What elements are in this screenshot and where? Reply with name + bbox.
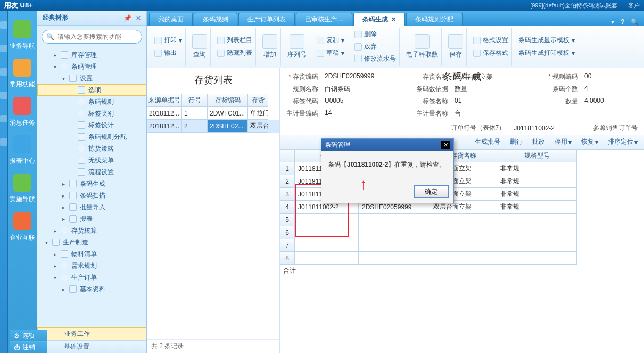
mini-icon[interactable]	[0, 92, 7, 99]
col-header[interactable]: 规格型号	[497, 150, 577, 162]
tree-twisty[interactable]	[61, 216, 66, 222]
mini-icon[interactable]	[0, 115, 7, 122]
table-row[interactable]: 6	[280, 226, 644, 239]
tab[interactable]: 我的桌面	[149, 13, 193, 26]
table-row[interactable]: 2018112...22DSHE02...双层台	[147, 120, 279, 133]
col-header[interactable]: 行号	[182, 94, 208, 107]
tab[interactable]: 条码规则分配	[406, 13, 463, 26]
pin-icon[interactable]: 📌	[123, 14, 131, 22]
tab[interactable]: 生产订单列表	[238, 13, 295, 26]
export-button[interactable]: 输出	[154, 48, 177, 59]
tree-node[interactable]: 设置	[37, 72, 146, 84]
tree-twisty[interactable]	[44, 240, 49, 245]
copy-button[interactable]: 复制 ▾	[317, 35, 344, 46]
sidebar-item[interactable]: 实施导航	[8, 169, 37, 208]
mini-icon[interactable]	[0, 138, 7, 146]
locate-button[interactable]: 排序定位 ▾	[608, 137, 638, 146]
tree-twisty[interactable]	[52, 275, 57, 281]
tree-twisty[interactable]	[61, 286, 66, 292]
logout-button[interactable]: ⏻ 注销	[10, 341, 47, 353]
tree-node[interactable]: 无线菜单	[37, 154, 146, 166]
savefmt-button[interactable]: 保存格式	[473, 48, 508, 59]
tab[interactable]: 已审核生产…	[296, 13, 352, 26]
tree-twisty[interactable]	[61, 76, 66, 81]
close-icon[interactable]: ✕	[136, 14, 141, 22]
table-row[interactable]: 2018112...12DWTC01...单拉门	[147, 107, 279, 120]
tree-twisty[interactable]	[52, 228, 57, 234]
tree-node[interactable]: 需求规划	[37, 260, 146, 272]
tab[interactable]: 条码生成✕	[353, 13, 405, 26]
close-icon[interactable]: ✕	[391, 16, 396, 23]
search-icon[interactable]: 🔍	[631, 18, 639, 26]
tree-node[interactable]: 报表	[37, 213, 146, 225]
tree-node[interactable]: 条码规则分配	[37, 131, 146, 143]
tree-node[interactable]: 标签类别	[37, 108, 146, 119]
tree-node[interactable]: 条码规则	[37, 96, 146, 108]
tree-node[interactable]: 流程设置	[37, 166, 146, 178]
print-button[interactable]: 打印 ▾	[154, 35, 182, 46]
tree-twisty[interactable]	[61, 204, 66, 210]
mini-icon[interactable]	[0, 68, 7, 76]
tree-node[interactable]: 基本资料	[37, 283, 146, 295]
tree-twisty[interactable]	[52, 64, 57, 70]
serial-button[interactable]: 序列号	[287, 34, 307, 59]
disable-button[interactable]: 停用 ▾	[555, 137, 572, 146]
sidebar-item[interactable]: 消息任务	[8, 93, 37, 131]
sidebar-item[interactable]: 业务导航	[8, 16, 37, 54]
tree-node[interactable]: 批量导入	[37, 201, 146, 213]
tree-node[interactable]: 物料清单	[37, 248, 146, 260]
footer-biz[interactable]: 业务工作	[37, 327, 146, 340]
help-icon[interactable]: ?	[621, 18, 624, 26]
mini-icon[interactable]	[0, 21, 7, 29]
tree-node[interactable]: 库存管理	[37, 49, 146, 61]
close-icon[interactable]: ✕	[441, 141, 450, 149]
disptpl-button[interactable]: 条码生成显示模板 ▾	[518, 35, 575, 46]
ok-button[interactable]: 确定	[414, 186, 448, 198]
tree-node[interactable]: 选项	[37, 84, 146, 96]
delrow-button[interactable]: 删行	[510, 137, 523, 146]
tab[interactable]: 条码规则	[194, 13, 237, 26]
mini-icon[interactable]	[0, 45, 7, 52]
tree-node[interactable]: 条码扫描	[37, 190, 146, 201]
col-header[interactable]: 存货编码	[208, 94, 248, 107]
tree-node[interactable]: 条码生成	[37, 178, 146, 190]
sidebar-item[interactable]: 常用功能	[8, 54, 37, 93]
tree-node[interactable]: 生产订单	[37, 272, 146, 283]
sidebar-item[interactable]: 企业互联	[8, 208, 37, 246]
table-row[interactable]: 5	[280, 214, 644, 226]
tab-menu-icon[interactable]: ▾	[611, 18, 614, 26]
draft-button[interactable]: 草稿 ▾	[317, 48, 344, 59]
options-button[interactable]: ⚙ 选项	[10, 330, 47, 341]
restore-button[interactable]: 恢复 ▾	[581, 137, 598, 146]
tree-twisty[interactable]	[61, 193, 66, 199]
query-button[interactable]: 查询	[192, 34, 207, 59]
col-header[interactable]: 存货	[248, 94, 268, 107]
eprint-button[interactable]: 电子秤取数	[406, 34, 438, 59]
tree-twisty[interactable]	[52, 263, 57, 269]
abandon-button[interactable]: 放弃	[354, 42, 377, 52]
delete-button[interactable]: 删除	[354, 30, 377, 40]
tree-twisty[interactable]	[52, 251, 57, 257]
search-input[interactable]	[57, 33, 137, 40]
tree-twisty[interactable]	[61, 181, 66, 187]
sidebar-item[interactable]: 报表中心	[8, 131, 37, 169]
col-header[interactable]: 来源单据号	[147, 94, 182, 107]
tree-node[interactable]: 条码管理	[37, 61, 146, 72]
format-button[interactable]: 格式设置	[473, 35, 508, 46]
batch-button[interactable]: 批改	[532, 137, 545, 146]
printtpl-button[interactable]: 条码生成打印模板 ▾	[518, 48, 575, 59]
table-row[interactable]: 7	[280, 239, 644, 252]
titlebar-right[interactable]: 客户	[628, 2, 640, 10]
editflow-button[interactable]: 修改流水号	[354, 54, 396, 64]
tree-node[interactable]: 生产制造	[37, 236, 146, 248]
footer-base[interactable]: 基础设置	[37, 340, 146, 353]
genbatch-button[interactable]: 生成批号	[475, 137, 500, 146]
table-row[interactable]: 8	[280, 252, 644, 265]
tree-twisty[interactable]	[52, 52, 57, 58]
tree-node[interactable]: 存货核算	[37, 225, 146, 236]
save-button[interactable]: 保存	[448, 34, 463, 59]
add-button[interactable]: 增加	[262, 34, 277, 59]
tree-node[interactable]: 拣货策略	[37, 143, 146, 154]
tree-node[interactable]: 标签设计	[37, 119, 146, 131]
hidecols-button[interactable]: 隐藏列表	[217, 48, 252, 59]
